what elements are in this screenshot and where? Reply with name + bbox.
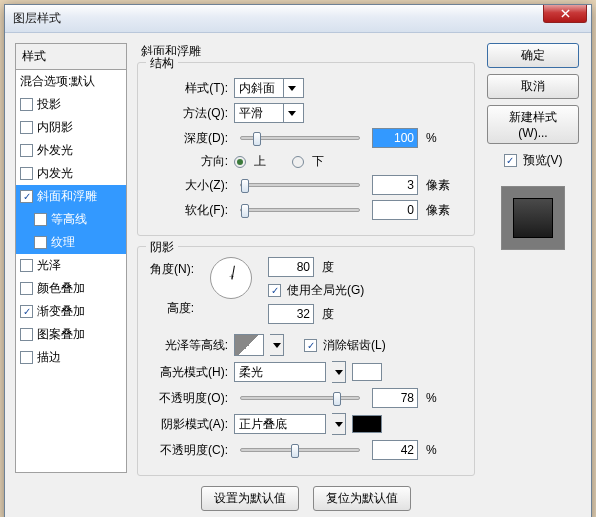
checkbox[interactable] xyxy=(20,259,33,272)
checkbox[interactable] xyxy=(20,144,33,157)
blend-options-row[interactable]: 混合选项:默认 xyxy=(16,70,126,93)
preview-thumbnail xyxy=(501,186,565,250)
close-icon xyxy=(561,9,570,18)
altitude-unit: 度 xyxy=(322,306,334,323)
style-label: 等高线 xyxy=(51,211,87,228)
size-unit: 像素 xyxy=(426,177,450,194)
percent-unit: % xyxy=(426,391,437,405)
gloss-contour-picker[interactable] xyxy=(234,334,264,356)
select-value: 正片叠底 xyxy=(239,416,287,433)
angle-dial[interactable] xyxy=(210,257,252,299)
highlight-opacity-field[interactable]: 78 xyxy=(372,388,418,408)
panel-title: 斜面和浮雕 xyxy=(137,43,475,60)
size-slider[interactable] xyxy=(240,183,360,187)
technique-select[interactable]: 平滑 xyxy=(234,103,304,123)
depth-field[interactable]: 100 xyxy=(372,128,418,148)
global-light-checkbox[interactable]: ✓ xyxy=(268,284,281,297)
style-label: 纹理 xyxy=(51,234,75,251)
style-item-coloroverlay[interactable]: 颜色叠加 xyxy=(16,277,126,300)
style-label: 光泽 xyxy=(37,257,61,274)
make-default-button[interactable]: 设置为默认值 xyxy=(201,486,299,511)
styles-header[interactable]: 样式 xyxy=(16,44,126,70)
style-item-innershadow[interactable]: 内阴影 xyxy=(16,116,126,139)
settings-panel: 斜面和浮雕 结构 样式(T): 内斜面 方法(Q): 平滑 深度(D): 100… xyxy=(137,43,475,511)
shadow-opacity-label: 不透明度(C): xyxy=(150,442,228,459)
shadow-opacity-slider[interactable] xyxy=(240,448,360,452)
shadow-mode-select[interactable]: 正片叠底 xyxy=(234,414,326,434)
chevron-down-icon[interactable] xyxy=(332,413,346,435)
highlight-color-swatch[interactable] xyxy=(352,363,382,381)
checkbox[interactable]: ✓ xyxy=(20,305,33,318)
soften-label: 软化(F): xyxy=(150,202,228,219)
angle-label: 角度(N): xyxy=(150,261,194,278)
structure-label: 结构 xyxy=(146,55,178,72)
style-type-label: 样式(T): xyxy=(150,80,228,97)
style-item-gradientoverlay[interactable]: ✓渐变叠加 xyxy=(16,300,126,323)
style-item-stroke[interactable]: 描边 xyxy=(16,346,126,369)
soften-field[interactable]: 0 xyxy=(372,200,418,220)
shadow-color-swatch[interactable] xyxy=(352,415,382,433)
style-type-select[interactable]: 内斜面 xyxy=(234,78,304,98)
close-button[interactable] xyxy=(543,5,587,23)
checkbox[interactable]: ✓ xyxy=(20,190,33,203)
altitude-label: 高度: xyxy=(167,300,194,317)
depth-label: 深度(D): xyxy=(150,130,228,147)
style-item-contour[interactable]: 等高线 xyxy=(16,208,126,231)
global-light-label: 使用全局光(G) xyxy=(287,282,364,299)
checkbox[interactable] xyxy=(20,167,33,180)
shading-group: 阴影 角度(N): 高度: 80度 ✓使用全局光(G) 32度 光泽等高线: xyxy=(137,246,475,476)
blend-label: 混合选项:默认 xyxy=(20,73,95,90)
titlebar[interactable]: 图层样式 xyxy=(5,5,591,33)
depth-slider[interactable] xyxy=(240,136,360,140)
checkbox[interactable] xyxy=(20,282,33,295)
size-field[interactable]: 3 xyxy=(372,175,418,195)
select-value: 内斜面 xyxy=(239,80,275,97)
style-item-satin[interactable]: 光泽 xyxy=(16,254,126,277)
style-label: 投影 xyxy=(37,96,61,113)
highlight-opacity-label: 不透明度(O): xyxy=(150,390,228,407)
soften-slider[interactable] xyxy=(240,208,360,212)
highlight-opacity-slider[interactable] xyxy=(240,396,360,400)
checkbox[interactable] xyxy=(20,98,33,111)
style-item-outerglow[interactable]: 外发光 xyxy=(16,139,126,162)
dir-down-label: 下 xyxy=(312,153,324,170)
direction-up-radio[interactable] xyxy=(234,156,246,168)
style-label: 内阴影 xyxy=(37,119,73,136)
reset-default-button[interactable]: 复位为默认值 xyxy=(313,486,411,511)
shadow-mode-label: 阴影模式(A): xyxy=(150,416,228,433)
new-style-button[interactable]: 新建样式(W)... xyxy=(487,105,579,144)
preview-checkbox[interactable]: ✓ xyxy=(504,154,517,167)
select-value: 柔光 xyxy=(239,364,263,381)
checkbox[interactable] xyxy=(20,121,33,134)
style-label: 描边 xyxy=(37,349,61,366)
layer-style-dialog: 图层样式 样式 混合选项:默认 投影 内阴影 外发光 内发光 ✓斜面和浮雕 等高… xyxy=(4,4,592,517)
altitude-field[interactable]: 32 xyxy=(268,304,314,324)
checkbox[interactable] xyxy=(20,351,33,364)
style-item-bevel[interactable]: ✓斜面和浮雕 xyxy=(16,185,126,208)
shading-label: 阴影 xyxy=(146,239,178,256)
antialias-checkbox[interactable]: ✓ xyxy=(304,339,317,352)
chevron-down-icon xyxy=(283,79,299,97)
style-label: 图案叠加 xyxy=(37,326,85,343)
style-item-patternoverlay[interactable]: 图案叠加 xyxy=(16,323,126,346)
highlight-mode-label: 高光模式(H): xyxy=(150,364,228,381)
size-label: 大小(Z): xyxy=(150,177,228,194)
style-item-dropshadow[interactable]: 投影 xyxy=(16,93,126,116)
chevron-down-icon[interactable] xyxy=(270,334,284,356)
styles-sidebar: 样式 混合选项:默认 投影 内阴影 外发光 内发光 ✓斜面和浮雕 等高线 纹理 … xyxy=(15,43,127,511)
direction-down-radio[interactable] xyxy=(292,156,304,168)
highlight-mode-select[interactable]: 柔光 xyxy=(234,362,326,382)
angle-field[interactable]: 80 xyxy=(268,257,314,277)
style-label: 渐变叠加 xyxy=(37,303,85,320)
ok-button[interactable]: 确定 xyxy=(487,43,579,68)
style-item-texture[interactable]: 纹理 xyxy=(16,231,126,254)
checkbox[interactable] xyxy=(34,236,47,249)
style-item-innerglow[interactable]: 内发光 xyxy=(16,162,126,185)
checkbox[interactable] xyxy=(20,328,33,341)
chevron-down-icon xyxy=(283,104,299,122)
shadow-opacity-field[interactable]: 42 xyxy=(372,440,418,460)
style-label: 内发光 xyxy=(37,165,73,182)
cancel-button[interactable]: 取消 xyxy=(487,74,579,99)
checkbox[interactable] xyxy=(34,213,47,226)
chevron-down-icon[interactable] xyxy=(332,361,346,383)
